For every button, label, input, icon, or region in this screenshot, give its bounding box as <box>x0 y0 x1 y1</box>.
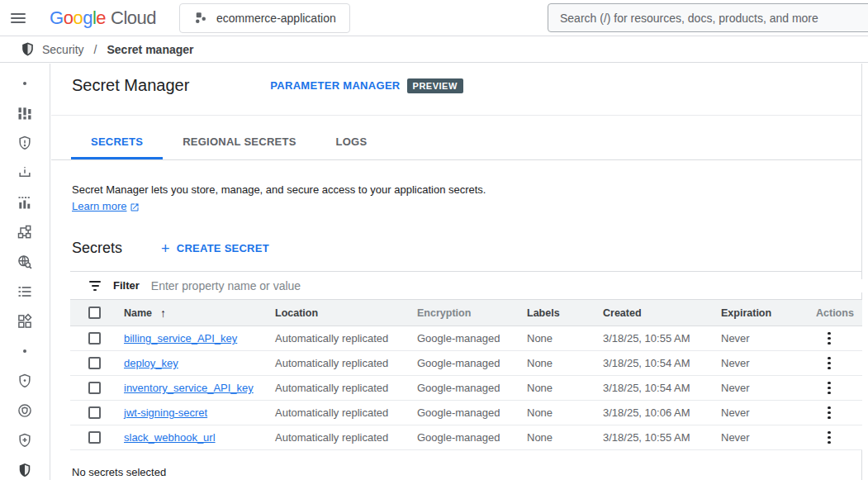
column-header-expiration[interactable]: Expiration <box>721 307 816 319</box>
sidebar-item-analytics[interactable] <box>0 188 50 217</box>
cell-encryption: Google-managed <box>417 431 527 444</box>
external-link-icon <box>130 202 140 212</box>
column-header-labels[interactable]: Labels <box>527 307 603 319</box>
column-header-encryption: Encryption <box>417 307 527 319</box>
secrets-table: Filter Name ↑ Location Encryption Labels… <box>70 271 862 450</box>
project-icon <box>193 11 208 26</box>
cell-created: 3/18/25, 10:54 AM <box>603 357 721 369</box>
secret-name-link[interactable]: jwt-signing-secret <box>124 406 207 419</box>
cell-location: Automatically replicated <box>275 332 417 345</box>
sort-ascending-icon: ↑ <box>160 307 166 320</box>
hamburger-icon <box>11 11 26 26</box>
row-actions-menu-icon[interactable] <box>818 354 841 373</box>
table-row: billing_service_API_key Automatically re… <box>70 326 862 351</box>
secrets-section-header: Secrets + CREATE SECRET <box>72 240 861 257</box>
app-body: Secret Manager PARAMETER MANAGER PREVIEW… <box>0 64 868 480</box>
row-actions-menu-icon[interactable] <box>818 378 841 398</box>
tab-logs[interactable]: LOGS <box>316 116 387 159</box>
filter-label: Filter <box>113 279 140 292</box>
column-header-created[interactable]: Created <box>603 307 721 319</box>
dashboard-icon <box>17 105 33 121</box>
row-checkbox[interactable] <box>88 406 101 419</box>
row-checkbox[interactable] <box>88 332 101 345</box>
cell-labels: None <box>527 431 603 444</box>
secret-name-link[interactable]: slack_webhook_url <box>124 431 216 444</box>
row-actions-menu-icon[interactable] <box>818 428 841 448</box>
table-row: deploy_key Automatically replicated Goog… <box>70 351 862 376</box>
description-block: Secret Manager lets you store, manage, a… <box>72 182 861 215</box>
sidebar-nav-rail <box>0 64 50 480</box>
filter-icon <box>88 281 102 291</box>
select-all-checkbox[interactable] <box>88 307 101 319</box>
tab-bar: SECRETS REGIONAL SECRETS LOGS <box>51 116 861 160</box>
filter-input[interactable] <box>151 279 862 292</box>
row-checkbox[interactable] <box>88 431 101 444</box>
plus-icon: + <box>161 241 170 256</box>
page-title: Secret Manager <box>72 76 189 95</box>
cell-expiration: Never <box>721 431 816 444</box>
row-checkbox[interactable] <box>88 382 101 394</box>
google-cloud-logo[interactable]: Google Cloud <box>50 7 156 29</box>
secret-name-link[interactable]: deploy_key <box>124 357 178 369</box>
security-shield-icon <box>20 41 36 57</box>
row-actions-menu-icon[interactable] <box>818 329 841 349</box>
cell-expiration: Never <box>721 357 816 369</box>
page-header: Secret Manager PARAMETER MANAGER PREVIEW <box>51 64 861 97</box>
secret-name-link[interactable]: inventory_service_API_key <box>124 382 254 394</box>
create-secret-button[interactable]: + CREATE SECRET <box>161 241 269 256</box>
table-row: jwt-signing-secret Automatically replica… <box>70 401 862 425</box>
tab-regional-secrets[interactable]: REGIONAL SECRETS <box>163 116 315 159</box>
logo-cloud-text: Cloud <box>111 7 156 29</box>
bar-chart-icon <box>17 194 33 211</box>
sidebar-item-shield-alert[interactable] <box>0 128 50 158</box>
sidebar-separator-dot <box>0 336 50 366</box>
cell-expiration: Never <box>721 406 816 419</box>
tab-secrets[interactable]: SECRETS <box>71 116 163 159</box>
sidebar-item-shield-circle[interactable] <box>0 396 50 425</box>
cell-encryption: Google-managed <box>417 406 527 419</box>
top-app-bar: Google Cloud ecommerce-application <box>0 0 868 36</box>
shield-plus-icon <box>17 432 33 449</box>
breadcrumb-separator: / <box>91 43 101 56</box>
cell-labels: None <box>527 406 603 419</box>
selection-status: No secrets selected <box>72 466 861 478</box>
sidebar-item-intake[interactable] <box>0 158 50 188</box>
description-text: Secret Manager lets you store, manage, a… <box>72 182 861 198</box>
row-checkbox[interactable] <box>88 357 101 369</box>
cell-labels: None <box>527 332 603 345</box>
parameter-manager-link[interactable]: PARAMETER MANAGER <box>270 79 400 92</box>
breadcrumb-section[interactable]: Security <box>42 43 84 56</box>
sidebar-item-web-security-scanner[interactable] <box>0 247 50 277</box>
cell-created: 3/18/25, 10:54 AM <box>603 382 721 394</box>
logo-letter: G <box>50 7 64 29</box>
globe-search-icon <box>17 254 33 270</box>
cell-labels: None <box>527 382 603 394</box>
main-content: Secret Manager PARAMETER MANAGER PREVIEW… <box>51 64 862 480</box>
sidebar-item-findings-list[interactable] <box>0 277 50 307</box>
cell-expiration: Never <box>721 382 816 394</box>
cell-created: 3/18/25, 10:55 AM <box>603 431 721 444</box>
sidebar-item-shield-half[interactable] <box>0 455 50 480</box>
menu-button[interactable] <box>0 0 36 36</box>
sidebar-item-category[interactable] <box>0 307 50 336</box>
global-search[interactable] <box>548 3 868 32</box>
project-selector[interactable]: ecommerce-application <box>179 3 350 33</box>
tray-exclamation-icon <box>17 164 33 181</box>
search-input[interactable] <box>560 12 864 25</box>
sidebar-separator-dot <box>0 69 50 98</box>
learn-more-link[interactable]: Learn more <box>72 198 140 215</box>
sidebar-item-shield-dot[interactable] <box>0 366 50 396</box>
shield-dot-icon <box>17 373 33 389</box>
column-header-name[interactable]: Name ↑ <box>124 307 275 320</box>
sidebar-item-schema[interactable] <box>0 217 50 247</box>
column-header-location[interactable]: Location <box>275 307 417 319</box>
sidebar-item-shield-plus[interactable] <box>0 425 50 455</box>
filter-bar[interactable]: Filter <box>70 272 862 300</box>
shield-half-icon <box>17 462 33 478</box>
secret-name-link[interactable]: billing_service_API_key <box>124 332 237 345</box>
table-row: slack_webhook_url Automatically replicat… <box>70 425 862 450</box>
sidebar-item-dashboard[interactable] <box>0 98 50 128</box>
column-header-actions: Actions <box>816 307 862 319</box>
row-actions-menu-icon[interactable] <box>818 403 841 423</box>
cell-labels: None <box>527 357 603 369</box>
